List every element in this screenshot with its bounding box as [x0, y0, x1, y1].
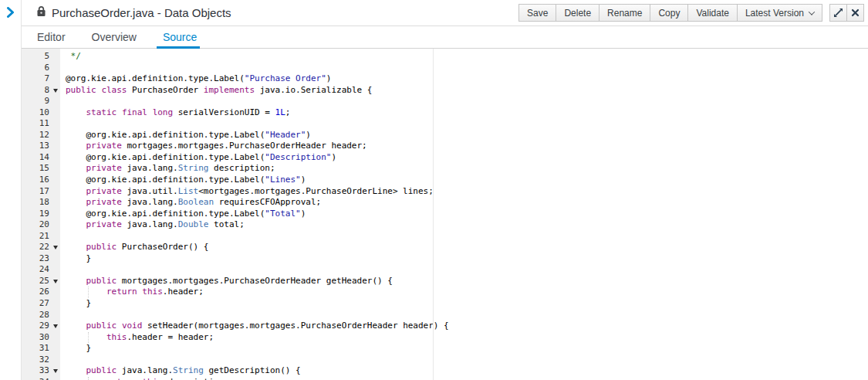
gutter-line-19: 19: [22, 209, 60, 220]
gutter-line-7: 7: [22, 73, 60, 85]
gutter-line-13: 13: [22, 141, 60, 152]
code-line-18[interactable]: private java.lang.Boolean requiresCFOApp…: [66, 197, 868, 209]
fold-toggle-icon[interactable]: [53, 324, 58, 328]
fold-toggle-icon[interactable]: [53, 89, 58, 93]
code-line-6[interactable]: [66, 63, 868, 74]
gutter-line-23: 23: [22, 253, 60, 265]
code-line-16[interactable]: @org.kie.api.definition.type.Label("Line…: [66, 175, 868, 186]
code-line-9[interactable]: [66, 96, 868, 107]
code-line-27[interactable]: }: [66, 298, 868, 310]
gutter-line-17: 17: [22, 186, 60, 198]
gutter-line-26: 26: [22, 287, 60, 298]
gutter-line-33: 33: [22, 365, 60, 377]
tab-bar: Editor Overview Source: [22, 26, 868, 49]
chevron-down-icon: [809, 8, 815, 15]
code-line-12[interactable]: @org.kie.api.definition.type.Label("Head…: [66, 130, 868, 141]
fold-toggle-icon[interactable]: [53, 246, 58, 249]
application-window: PurchaseOrder.java - Data Objects Save D…: [0, 0, 868, 380]
main-panel: PurchaseOrder.java - Data Objects Save D…: [22, 0, 868, 380]
code-line-7[interactable]: @org.kie.api.definition.type.Label("Purc…: [66, 73, 868, 85]
code-line-8[interactable]: public class PurchaseOrder implements ja…: [66, 85, 868, 97]
page-title: PurchaseOrder.java - Data Objects: [52, 6, 231, 19]
copy-button[interactable]: Copy: [650, 4, 688, 22]
lock-icon: [36, 5, 46, 20]
gutter-line-29: 29: [22, 321, 60, 332]
code-area[interactable]: */@org.kie.api.definition.type.Label("Pu…: [60, 49, 868, 380]
gutter-line-27: 27: [22, 298, 60, 310]
code-line-13[interactable]: private mortgages.mortgages.PurchaseOrde…: [66, 141, 868, 152]
code-line-23[interactable]: }: [66, 253, 868, 265]
version-dropdown-button[interactable]: Latest Version: [737, 4, 822, 22]
gutter-line-8: 8: [22, 85, 60, 97]
gutter-line-22: 22: [22, 242, 60, 253]
gutter-line-18: 18: [22, 197, 60, 209]
gutter-line-5: 5: [22, 51, 60, 63]
toolbar-button-group: Save Delete Rename Copy Validate Latest …: [518, 4, 822, 22]
rename-button[interactable]: Rename: [599, 4, 650, 22]
tab-source[interactable]: Source: [163, 26, 197, 48]
code-line-15[interactable]: private java.lang.String description;: [66, 163, 868, 175]
gutter-line-15: 15: [22, 163, 60, 175]
code-line-14[interactable]: @org.kie.api.definition.type.Label("Desc…: [66, 152, 868, 164]
gutter-line-6: 6: [22, 63, 60, 74]
fold-toggle-icon[interactable]: [53, 369, 58, 373]
gutter-line-20: 20: [22, 219, 60, 231]
chevron-right-icon[interactable]: [6, 7, 15, 21]
gutter-line-14: 14: [22, 152, 60, 164]
code-line-28[interactable]: [66, 310, 868, 321]
code-line-30[interactable]: this.header = header;: [66, 332, 868, 344]
gutter-line-21: 21: [22, 231, 60, 243]
code-line-25[interactable]: public mortgages.mortgages.PurchaseOrder…: [66, 276, 868, 287]
gutter-line-25: 25: [22, 276, 60, 287]
code-line-21[interactable]: [66, 231, 868, 243]
gutter-line-28: 28: [22, 310, 60, 321]
code-line-10[interactable]: static final long serialVersionUID = 1L;: [66, 107, 868, 119]
code-line-29[interactable]: public void setHeader(mortgages.mortgage…: [66, 321, 868, 332]
code-line-22[interactable]: public PurchaseOrder() {: [66, 242, 868, 253]
gutter-line-10: 10: [22, 107, 60, 119]
left-rail: [0, 0, 22, 380]
code-line-11[interactable]: [66, 118, 868, 130]
code-line-24[interactable]: [66, 264, 868, 276]
code-line-33[interactable]: public java.lang.String getDescription()…: [66, 365, 868, 377]
fold-toggle-icon[interactable]: [53, 280, 58, 283]
close-icon: [851, 8, 860, 17]
source-code-editor[interactable]: 5678910111213141516171819202122232425262…: [22, 49, 868, 380]
code-line-31[interactable]: }: [66, 343, 868, 355]
version-dropdown-label: Latest Version: [745, 8, 804, 19]
code-line-19[interactable]: @org.kie.api.definition.type.Label("Tota…: [66, 209, 868, 220]
validate-button[interactable]: Validate: [687, 4, 737, 22]
delete-button[interactable]: Delete: [556, 4, 599, 22]
gutter-line-34: 34: [22, 377, 60, 380]
gutter-line-30: 30: [22, 332, 60, 344]
code-line-17[interactable]: private java.util.List<mortgages.mortgag…: [66, 186, 868, 198]
code-line-32[interactable]: [66, 355, 868, 366]
title-wrap: PurchaseOrder.java - Data Objects: [36, 5, 231, 20]
gutter-line-16: 16: [22, 175, 60, 186]
gutter-line-31: 31: [22, 343, 60, 355]
gutter-line-24: 24: [22, 264, 60, 276]
tab-overview[interactable]: Overview: [92, 26, 137, 48]
expand-button[interactable]: [829, 4, 847, 22]
code-line-5[interactable]: */: [66, 51, 868, 63]
close-button[interactable]: [846, 4, 864, 22]
gutter-line-32: 32: [22, 355, 60, 366]
window-control-group: [829, 4, 864, 22]
expand-icon: [833, 8, 843, 18]
tab-editor[interactable]: Editor: [37, 26, 66, 48]
print-margin: [433, 49, 434, 380]
editor-gutter: 5678910111213141516171819202122232425262…: [22, 49, 60, 380]
toolbar: Save Delete Rename Copy Validate Latest …: [518, 4, 868, 22]
gutter-line-11: 11: [22, 118, 60, 130]
gutter-line-9: 9: [22, 96, 60, 107]
gutter-line-12: 12: [22, 130, 60, 141]
code-line-26[interactable]: return this.header;: [66, 287, 868, 298]
code-line-34[interactable]: return this.description;: [66, 377, 868, 380]
save-button[interactable]: Save: [518, 4, 556, 22]
code-line-20[interactable]: private java.lang.Double total;: [66, 219, 868, 231]
asset-header: PurchaseOrder.java - Data Objects Save D…: [22, 0, 868, 26]
